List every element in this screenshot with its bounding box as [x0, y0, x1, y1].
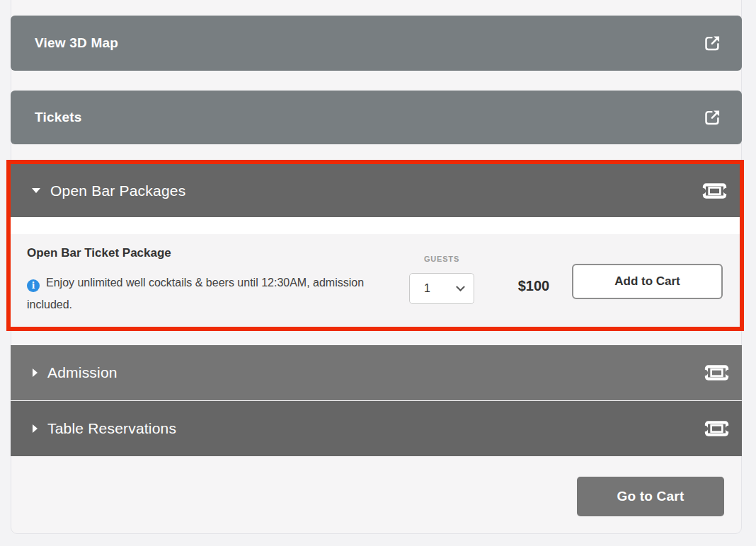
guests-select[interactable]: 1 [409, 273, 474, 304]
guests-label: GUESTS [409, 255, 474, 263]
tickets-label: Tickets [35, 110, 82, 125]
go-to-cart-button[interactable]: Go to Cart [577, 477, 724, 516]
package-price: $100 [505, 278, 563, 294]
caret-right-icon [33, 424, 38, 433]
view-3d-map-label: View 3D Map [35, 35, 118, 51]
add-to-cart-button[interactable]: Add to Cart [572, 264, 723, 299]
open-bar-packages-header[interactable]: Open Bar Packages [11, 164, 740, 217]
external-link-icon [703, 108, 722, 127]
admission-header[interactable]: Admission [11, 345, 742, 400]
open-bar-packages-section: Open Bar Packages Open Bar Ticket Packag… [6, 160, 744, 331]
open-bar-ticket-package-item: Open Bar Ticket Package iEnjoy unlimited… [11, 234, 740, 327]
ticket-icon [704, 364, 730, 382]
view-3d-map-bar[interactable]: View 3D Map [11, 16, 742, 71]
section-spacer [11, 217, 740, 234]
table-reservations-header[interactable]: Table Reservations [11, 401, 742, 456]
caret-down-icon [32, 188, 40, 193]
table-reservations-label: Table Reservations [47, 420, 176, 437]
guests-selected-value: 1 [424, 282, 430, 295]
chevron-down-icon [456, 282, 465, 291]
open-bar-packages-label: Open Bar Packages [50, 182, 185, 199]
package-title: Open Bar Ticket Package [27, 246, 171, 260]
info-icon: i [27, 279, 40, 292]
package-description: iEnjoy unlimited well cocktails & beers … [27, 272, 386, 315]
package-description-text: Enjoy unlimited well cocktails & beers u… [27, 277, 364, 310]
caret-right-icon [33, 368, 38, 377]
admission-label: Admission [47, 364, 118, 381]
ticket-icon [701, 182, 728, 200]
ticketing-widget: View 3D Map Tickets Open Bar Packages [0, 0, 756, 546]
ticket-icon [704, 419, 730, 438]
tickets-bar[interactable]: Tickets [11, 91, 742, 144]
external-link-icon [703, 34, 722, 53]
